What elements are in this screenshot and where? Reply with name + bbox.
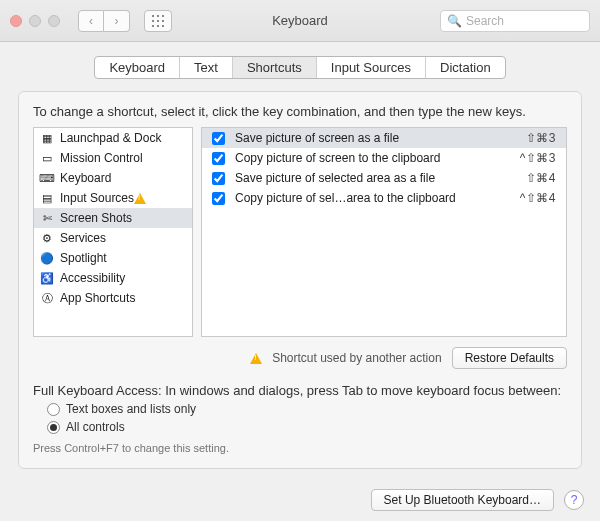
tabs: KeyboardTextShortcutsInput SourcesDictat… xyxy=(94,56,505,79)
shortcut-checkbox[interactable] xyxy=(212,172,225,185)
category-list[interactable]: ▦Launchpad & Dock▭Mission Control⌨Keyboa… xyxy=(33,127,193,337)
search-icon: 🔍 xyxy=(447,14,462,28)
svg-rect-8 xyxy=(162,25,164,27)
tab-shortcuts[interactable]: Shortcuts xyxy=(233,57,317,78)
footer: Set Up Bluetooth Keyboard… ? xyxy=(0,479,600,521)
shortcut-keys[interactable]: ^⇧⌘4 xyxy=(520,191,556,205)
fka-option2-label: All controls xyxy=(66,420,125,434)
screenshots-icon: ✄ xyxy=(40,211,54,225)
tab-dictation[interactable]: Dictation xyxy=(426,57,505,78)
shortcut-row[interactable]: Copy picture of screen to the clipboard^… xyxy=(202,148,566,168)
accessibility-icon: ♿ xyxy=(40,271,54,285)
radio-icon xyxy=(47,403,60,416)
svg-rect-7 xyxy=(157,25,159,27)
shortcuts-pane: To change a shortcut, select it, click t… xyxy=(18,91,582,469)
legend-row: Shortcut used by another action Restore … xyxy=(33,347,567,369)
window-titlebar: ‹ › Keyboard 🔍 Search xyxy=(0,0,600,42)
restore-defaults-button[interactable]: Restore Defaults xyxy=(452,347,567,369)
warning-icon xyxy=(250,353,262,364)
tab-text[interactable]: Text xyxy=(180,57,233,78)
launchpad-icon: ▦ xyxy=(40,131,54,145)
sidebar-item-accessibility[interactable]: ♿Accessibility xyxy=(34,268,192,288)
shortcut-description: Copy picture of sel…area to the clipboar… xyxy=(235,191,520,205)
shortcut-description: Save picture of selected area as a file xyxy=(235,171,526,185)
grid-icon xyxy=(152,15,164,27)
help-button[interactable]: ? xyxy=(564,490,584,510)
legend-warning-text: Shortcut used by another action xyxy=(272,351,441,365)
svg-rect-3 xyxy=(152,20,154,22)
shortcut-checkbox[interactable] xyxy=(212,132,225,145)
shortcut-keys[interactable]: ⇧⌘4 xyxy=(526,171,556,185)
input-sources-icon: ▤ xyxy=(40,191,54,205)
show-all-button[interactable] xyxy=(144,10,172,32)
sidebar-item-label: Mission Control xyxy=(60,151,143,165)
sidebar-item-label: Input Sources xyxy=(60,191,134,205)
minimize-dot[interactable] xyxy=(29,15,41,27)
svg-rect-0 xyxy=(152,15,154,17)
svg-rect-2 xyxy=(162,15,164,17)
shortcut-checkbox[interactable] xyxy=(212,152,225,165)
shortcut-row[interactable]: Save picture of screen as a file⇧⌘3 xyxy=(202,128,566,148)
sidebar-item-mission-control[interactable]: ▭Mission Control xyxy=(34,148,192,168)
services-icon: ⚙ xyxy=(40,231,54,245)
close-dot[interactable] xyxy=(10,15,22,27)
search-placeholder: Search xyxy=(466,14,504,28)
svg-rect-4 xyxy=(157,20,159,22)
sidebar-item-app-shortcuts[interactable]: ⒶApp Shortcuts xyxy=(34,288,192,308)
shortcut-checkbox[interactable] xyxy=(212,192,225,205)
traffic-lights xyxy=(10,15,60,27)
sidebar-item-label: Services xyxy=(60,231,106,245)
fka-option1-label: Text boxes and lists only xyxy=(66,402,196,416)
instruction-text: To change a shortcut, select it, click t… xyxy=(33,104,567,119)
keyboard-icon: ⌨ xyxy=(40,171,54,185)
sidebar-item-label: Launchpad & Dock xyxy=(60,131,161,145)
warning-icon xyxy=(134,193,146,204)
svg-rect-5 xyxy=(162,20,164,22)
fka-option-textboxes[interactable]: Text boxes and lists only xyxy=(47,402,567,416)
shortcut-list[interactable]: Save picture of screen as a file⇧⌘3Copy … xyxy=(201,127,567,337)
sidebar-item-label: Screen Shots xyxy=(60,211,132,225)
sidebar-item-label: App Shortcuts xyxy=(60,291,135,305)
bluetooth-keyboard-button[interactable]: Set Up Bluetooth Keyboard… xyxy=(371,489,554,511)
shortcut-description: Copy picture of screen to the clipboard xyxy=(235,151,520,165)
sidebar-item-services[interactable]: ⚙Services xyxy=(34,228,192,248)
app-shortcuts-icon: Ⓐ xyxy=(40,291,54,305)
svg-rect-6 xyxy=(152,25,154,27)
spotlight-icon: 🔵 xyxy=(40,251,54,265)
sidebar-item-launchpad[interactable]: ▦Launchpad & Dock xyxy=(34,128,192,148)
shortcut-keys[interactable]: ⇧⌘3 xyxy=(526,131,556,145)
tab-input-sources[interactable]: Input Sources xyxy=(317,57,426,78)
fka-option-all[interactable]: All controls xyxy=(47,420,567,434)
fka-hint: Press Control+F7 to change this setting. xyxy=(33,442,567,454)
back-button[interactable]: ‹ xyxy=(78,10,104,32)
shortcut-description: Save picture of screen as a file xyxy=(235,131,526,145)
forward-button[interactable]: › xyxy=(104,10,130,32)
shortcut-keys[interactable]: ^⇧⌘3 xyxy=(520,151,556,165)
tab-keyboard[interactable]: Keyboard xyxy=(95,57,180,78)
radio-icon xyxy=(47,421,60,434)
tabs-row: KeyboardTextShortcutsInput SourcesDictat… xyxy=(0,56,600,79)
shortcut-row[interactable]: Copy picture of sel…area to the clipboar… xyxy=(202,188,566,208)
svg-rect-1 xyxy=(157,15,159,17)
nav-buttons: ‹ › xyxy=(78,10,130,32)
mission-control-icon: ▭ xyxy=(40,151,54,165)
full-keyboard-access-label: Full Keyboard Access: In windows and dia… xyxy=(33,383,567,398)
search-input[interactable]: 🔍 Search xyxy=(440,10,590,32)
sidebar-item-input-sources[interactable]: ▤Input Sources xyxy=(34,188,192,208)
sidebar-item-screenshots[interactable]: ✄Screen Shots xyxy=(34,208,192,228)
sidebar-item-keyboard[interactable]: ⌨Keyboard xyxy=(34,168,192,188)
sidebar-item-spotlight[interactable]: 🔵Spotlight xyxy=(34,248,192,268)
shortcut-row[interactable]: Save picture of selected area as a file⇧… xyxy=(202,168,566,188)
columns: ▦Launchpad & Dock▭Mission Control⌨Keyboa… xyxy=(33,127,567,337)
sidebar-item-label: Keyboard xyxy=(60,171,111,185)
zoom-dot[interactable] xyxy=(48,15,60,27)
sidebar-item-label: Accessibility xyxy=(60,271,125,285)
sidebar-item-label: Spotlight xyxy=(60,251,107,265)
